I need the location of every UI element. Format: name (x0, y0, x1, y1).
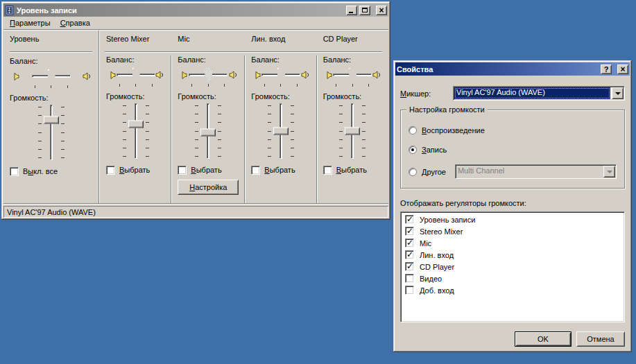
close-button[interactable]: × (376, 6, 387, 15)
item-label[interactable]: Видео (420, 275, 442, 283)
minimize-button[interactable] (346, 6, 357, 15)
radio-row-playback[interactable]: Воспроизведение (409, 125, 617, 135)
volume-slider[interactable] (336, 103, 368, 159)
close-button[interactable]: × (617, 64, 628, 74)
speaker-loud-icon (301, 70, 311, 80)
maximize-button[interactable] (359, 6, 370, 15)
volume-ticks (38, 107, 42, 158)
volume-slider-thumb[interactable] (273, 128, 289, 135)
item-checkbox[interactable] (405, 250, 414, 259)
list-item-aux-in[interactable]: Доб. вход (402, 284, 624, 296)
checkbox-label[interactable]: Выбрать (191, 166, 221, 174)
item-label[interactable]: Доб. вход (420, 286, 454, 295)
item-label[interactable]: CD Player (420, 263, 454, 271)
balance-slider-thumb[interactable] (48, 69, 55, 83)
checkbox-label[interactable]: Выкл. все (23, 167, 58, 175)
maximize-icon (362, 8, 368, 12)
help-button[interactable]: ? (601, 64, 612, 74)
cancel-button[interactable]: Отмена (576, 331, 625, 347)
other-combobox: Multi Channel (455, 164, 617, 179)
statusbar-divider (3, 203, 388, 205)
select-checkbox[interactable] (178, 166, 187, 175)
mute-all-checkbox-row[interactable]: Выкл. все (10, 166, 92, 176)
mixer-combobox[interactable]: Vinyl AC'97 Audio (WAVE) (453, 86, 625, 101)
radio-label[interactable]: Другое (422, 168, 446, 176)
status-text: Vinyl AC'97 Audio (WAVE) (7, 208, 96, 216)
select-checkbox-row[interactable]: Выбрать (251, 165, 310, 175)
radio-playback[interactable] (409, 126, 417, 135)
volume-slider[interactable] (120, 103, 152, 159)
item-checkbox[interactable] (405, 215, 414, 224)
list-item-stereo-mixer[interactable]: Stereo Mixer (402, 225, 624, 237)
balance-slider[interactable] (261, 67, 300, 83)
radio-row-recording[interactable]: Запись (409, 145, 617, 155)
checkbox-label[interactable]: Выбрать (336, 166, 367, 174)
checkbox-label[interactable]: Выбрать (119, 166, 150, 174)
item-label[interactable]: Лин. вход (420, 251, 454, 259)
list-item-video[interactable]: Видео (402, 272, 624, 284)
volume-slider[interactable] (265, 103, 297, 159)
balance-slider-thumb[interactable] (349, 68, 356, 81)
item-checkbox[interactable] (405, 274, 414, 283)
balance-slider[interactable] (333, 67, 372, 83)
item-label[interactable]: Уровень записи (420, 216, 475, 224)
volume-slider-thumb[interactable] (345, 128, 360, 135)
ok-button[interactable]: OK (515, 331, 571, 347)
balance-slider[interactable] (189, 67, 227, 83)
volume-controls-listbox[interactable]: Уровень записи Stereo Mixer Mic Лин. вхо… (400, 211, 625, 322)
menu-item-parameters[interactable]: Параметры (5, 17, 55, 28)
item-label[interactable]: Stereo Mixer (420, 227, 463, 236)
item-label[interactable]: Mic (420, 239, 431, 248)
volume-control-icon[interactable] (5, 6, 15, 15)
item-checkbox[interactable] (405, 286, 414, 295)
titlebar[interactable]: Свойства ? × (395, 62, 630, 76)
titlebar[interactable]: Уровень записи × (3, 3, 388, 17)
item-checkbox[interactable] (405, 239, 414, 248)
select-checkbox-row[interactable]: Выбрать (178, 165, 239, 175)
select-checkbox[interactable] (251, 166, 260, 175)
balance-label: Баланс: (323, 55, 382, 64)
volume-label: Громкость: (323, 92, 382, 101)
select-checkbox[interactable] (106, 166, 115, 175)
mixer-combobox-value[interactable]: Vinyl AC'97 Audio (WAVE) (454, 87, 610, 99)
item-checkbox[interactable] (405, 262, 414, 271)
volume-slider-track[interactable] (50, 105, 53, 160)
list-item-mic[interactable]: Mic (402, 237, 624, 249)
balance-label: Баланс: (106, 55, 165, 64)
speaker-loud-icon (155, 70, 165, 80)
select-checkbox-row[interactable]: Выбрать (323, 165, 382, 175)
advanced-button[interactable]: Настройка (178, 180, 239, 195)
balance-slider-thumb[interactable] (205, 68, 212, 81)
radio-recording[interactable] (409, 146, 417, 154)
radio-label[interactable]: Запись (422, 146, 447, 154)
menu-item-help[interactable]: Справка (55, 17, 95, 28)
mixer-label: Микшер: (400, 89, 453, 98)
balance-slider-thumb[interactable] (132, 68, 140, 81)
radio-other[interactable] (409, 168, 417, 176)
balance-slider-thumb[interactable] (277, 68, 285, 81)
channel-column-stereo-mixer: Stereo Mixer Баланс: (100, 31, 171, 203)
speaker-quiet-icon (251, 70, 261, 80)
channel-title: CD Player (323, 35, 382, 44)
volume-slider-thumb[interactable] (128, 121, 144, 128)
list-item-recording-level[interactable]: Уровень записи (402, 214, 624, 225)
balance-slider[interactable] (117, 67, 155, 83)
volume-slider-track[interactable] (135, 103, 137, 159)
select-checkbox-row[interactable]: Выбрать (106, 165, 165, 175)
list-item-line-in[interactable]: Лин. вход (402, 249, 624, 261)
select-checkbox[interactable] (323, 166, 332, 175)
channel-title: Лин. вход (251, 35, 310, 44)
balance-slider[interactable] (32, 69, 71, 84)
volume-slider-thumb[interactable] (200, 128, 216, 136)
checkbox-label[interactable]: Выбрать (264, 166, 295, 174)
item-checkbox[interactable] (405, 227, 414, 236)
volume-slider[interactable] (35, 105, 67, 160)
volume-slider[interactable] (192, 103, 224, 159)
volume-slider-thumb[interactable] (44, 116, 59, 124)
radio-label[interactable]: Воспроизведение (422, 126, 485, 135)
mute-all-checkbox[interactable] (10, 167, 19, 176)
list-item-cd-player[interactable]: CD Player (402, 261, 624, 272)
mixer-combobox-arrow-button[interactable] (612, 87, 624, 99)
radio-row-other[interactable]: Другое Multi Channel (409, 164, 617, 179)
window-title: Уровень записи (17, 6, 344, 15)
